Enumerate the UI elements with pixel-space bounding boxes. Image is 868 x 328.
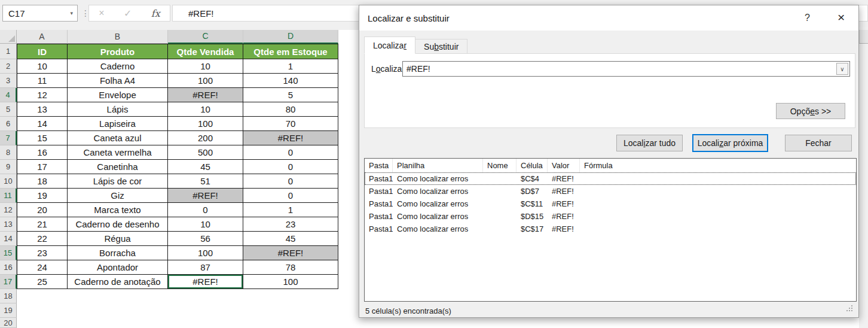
row-header-1[interactable]: 1 <box>0 44 17 59</box>
cell-A10[interactable]: 18 <box>17 174 68 189</box>
insert-function-icon[interactable]: fx <box>151 8 160 19</box>
find-dropdown-button[interactable]: ∨ <box>836 63 848 75</box>
row-header-17[interactable]: 17 <box>0 275 17 289</box>
cell-A6[interactable]: 14 <box>17 117 68 131</box>
cell-D17[interactable]: 100 <box>243 275 338 289</box>
results-column-planilha[interactable]: Planilha <box>393 159 483 172</box>
dialog-titlebar[interactable]: Localizar e substituir ? × <box>359 5 858 31</box>
cell-C12[interactable]: 0 <box>168 203 243 217</box>
cell-C9[interactable]: 45 <box>168 160 243 174</box>
cell-D14[interactable]: 45 <box>243 232 338 246</box>
row-header-4[interactable]: 4 <box>0 88 17 102</box>
results-column-pasta[interactable]: Pasta <box>365 159 393 172</box>
row-header-8[interactable]: 8 <box>0 145 17 160</box>
cancel-icon[interactable]: × <box>99 8 104 19</box>
cell-D9[interactable]: 0 <box>243 160 338 174</box>
result-row-1[interactable]: Pasta1Como localizar erros$C$4#REF! <box>365 172 856 185</box>
cell-B3[interactable]: Folha A4 <box>68 74 168 88</box>
cell-C8[interactable]: 500 <box>168 145 243 160</box>
row-header-10[interactable]: 10 <box>0 174 17 189</box>
cell-A14[interactable]: 22 <box>17 232 68 246</box>
column-header-D[interactable]: D <box>243 30 338 44</box>
cell-D10[interactable]: 0 <box>243 174 338 189</box>
result-row-4[interactable]: Pasta1Como localizar erros$D$15#REF! <box>365 210 856 223</box>
cell-D11[interactable]: 0 <box>243 189 338 203</box>
row-header-6[interactable]: 6 <box>0 117 17 131</box>
cell-D13[interactable]: 23 <box>243 217 338 232</box>
result-row-5[interactable]: Pasta1Como localizar erros$C$17#REF! <box>365 223 856 235</box>
cell-C5[interactable]: 10 <box>168 102 243 117</box>
cell-D15[interactable]: #REF! <box>243 246 338 260</box>
result-row-3[interactable]: Pasta1Como localizar erros$C$11#REF! <box>365 198 856 210</box>
cell-B10[interactable]: Lápis de cor <box>68 174 168 189</box>
cell-D12[interactable]: 1 <box>243 203 338 217</box>
resize-grip-icon[interactable] <box>846 305 853 312</box>
cell-A12[interactable]: 20 <box>17 203 68 217</box>
cell-B5[interactable]: Lápis <box>68 102 168 117</box>
cell-B11[interactable]: Giz <box>68 189 168 203</box>
row-header-12[interactable]: 12 <box>0 203 17 217</box>
find-next-button[interactable]: Localizar próxima <box>692 134 768 152</box>
find-input[interactable]: #REF! ∨ <box>402 61 850 77</box>
cell-D4[interactable]: 5 <box>243 88 338 102</box>
select-all-corner[interactable] <box>0 30 17 44</box>
cell-C11[interactable]: #REF! <box>168 189 243 203</box>
cell-B17[interactable]: Caderno de anotação <box>68 275 168 289</box>
row-header-18[interactable]: 18 <box>0 289 17 303</box>
row-header-19[interactable]: 19 <box>0 303 17 318</box>
cell-C3[interactable]: 100 <box>168 74 243 88</box>
find-all-button[interactable]: Localizar tudo <box>616 135 683 151</box>
row-header-20[interactable]: 20 <box>0 318 17 328</box>
cell-C4[interactable]: #REF! <box>168 88 243 102</box>
cell-A2[interactable]: 10 <box>17 59 68 74</box>
column-header-A[interactable]: A <box>17 30 68 44</box>
cell-A15[interactable]: 23 <box>17 246 68 260</box>
cell-B7[interactable]: Caneta azul <box>68 131 168 145</box>
row-header-9[interactable]: 9 <box>0 160 17 174</box>
results-column-valor[interactable]: Valor <box>548 159 580 172</box>
cell-B13[interactable]: Caderno de desenho <box>68 217 168 232</box>
column-header-C[interactable]: C <box>168 30 243 44</box>
cell-C17[interactable]: #REF! <box>168 275 243 289</box>
name-box[interactable]: C17 ▾ <box>2 5 78 22</box>
row-header-15[interactable]: 15 <box>0 246 17 260</box>
cell-A11[interactable]: 19 <box>17 189 68 203</box>
row-header-14[interactable]: 14 <box>0 232 17 246</box>
cell-B8[interactable]: Caneta vermelha <box>68 145 168 160</box>
column-header-B[interactable]: B <box>68 30 168 44</box>
cell-C14[interactable]: 56 <box>168 232 243 246</box>
cell-A4[interactable]: 12 <box>17 88 68 102</box>
close-icon[interactable]: × <box>838 10 845 25</box>
row-header-13[interactable]: 13 <box>0 217 17 232</box>
cell-D2[interactable]: 1 <box>243 59 338 74</box>
cell-C7[interactable]: 200 <box>168 131 243 145</box>
tab-localizar[interactable]: Localizar <box>364 37 415 54</box>
result-row-2[interactable]: Pasta1Como localizar erros$D$7#REF! <box>365 185 856 198</box>
cell-D5[interactable]: 80 <box>243 102 338 117</box>
cell-A5[interactable]: 13 <box>17 102 68 117</box>
cell-A13[interactable]: 21 <box>17 217 68 232</box>
cell-B2[interactable]: Caderno <box>68 59 168 74</box>
cell-A17[interactable]: 25 <box>17 275 68 289</box>
cell-A3[interactable]: 11 <box>17 74 68 88</box>
cell-B12[interactable]: Marca texto <box>68 203 168 217</box>
cell-A8[interactable]: 16 <box>17 145 68 160</box>
cell-D3[interactable]: 140 <box>243 74 338 88</box>
options-button[interactable]: Opções >> <box>776 103 845 119</box>
cell-C1[interactable]: Qtde Vendida <box>168 44 243 59</box>
enter-check-icon[interactable]: ✓ <box>124 8 132 19</box>
row-header-7[interactable]: 7 <box>0 131 17 145</box>
cell-B15[interactable]: Borracha <box>68 246 168 260</box>
cell-B9[interactable]: Canetinha <box>68 160 168 174</box>
close-button[interactable]: Fechar <box>785 135 852 151</box>
cell-C16[interactable]: 87 <box>168 260 243 275</box>
row-header-5[interactable]: 5 <box>0 102 17 117</box>
cell-D16[interactable]: 78 <box>243 260 338 275</box>
cell-A1[interactable]: ID <box>17 44 68 59</box>
cell-A16[interactable]: 24 <box>17 260 68 275</box>
tab-substituir[interactable]: Substituir <box>415 39 467 54</box>
cell-B14[interactable]: Régua <box>68 232 168 246</box>
cell-B16[interactable]: Apontador <box>68 260 168 275</box>
cell-D8[interactable]: 0 <box>243 145 338 160</box>
cell-B1[interactable]: Produto <box>68 44 168 59</box>
